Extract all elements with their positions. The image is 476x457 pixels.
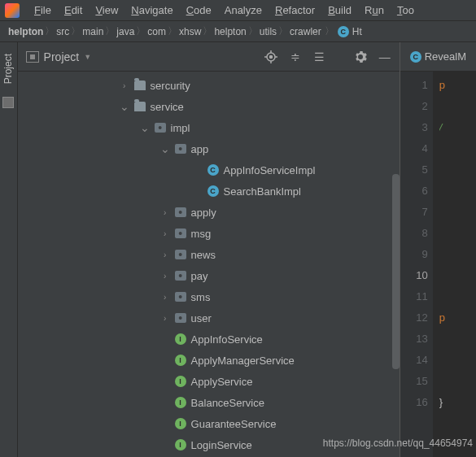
gutter-line[interactable]: 13: [400, 329, 428, 350]
menu-refactor[interactable]: Refactor: [269, 2, 321, 19]
menu-run[interactable]: Run: [358, 2, 391, 19]
breadcrumb-item[interactable]: com: [147, 26, 166, 37]
chevron-right-icon[interactable]: ›: [160, 229, 170, 238]
menu-analyze[interactable]: Analyze: [218, 2, 269, 19]
locate-icon[interactable]: [264, 50, 277, 63]
hide-icon[interactable]: —: [378, 50, 391, 63]
menu-view[interactable]: View: [89, 2, 124, 19]
menu-file[interactable]: File: [28, 2, 58, 19]
tree-row[interactable]: ›msg: [18, 223, 400, 244]
chevron-right-icon[interactable]: ›: [160, 293, 170, 302]
gutter-line[interactable]: 8: [400, 223, 428, 244]
code-line[interactable]: [439, 350, 476, 371]
collapse-all-icon[interactable]: ☰: [313, 50, 326, 63]
breadcrumb-item[interactable]: java: [116, 26, 134, 37]
gutter-line[interactable]: 10: [400, 265, 428, 286]
code-line[interactable]: p: [439, 75, 476, 96]
menu-edit[interactable]: Edit: [58, 2, 89, 19]
gutter-line[interactable]: 12: [400, 307, 428, 329]
gutter-line[interactable]: 1: [400, 75, 428, 96]
project-tool-button[interactable]: Project: [2, 49, 14, 89]
code-line[interactable]: p: [439, 307, 476, 329]
tree-row[interactable]: ›news: [18, 244, 400, 265]
tree-row[interactable]: ⌄impl: [18, 117, 400, 138]
tree-row[interactable]: ILoginService: [18, 434, 400, 455]
breadcrumb-item[interactable]: utils: [260, 26, 277, 37]
breadcrumb-item[interactable]: helpton: [8, 26, 43, 37]
editor-tab[interactable]: C RevealM: [405, 50, 471, 63]
gutter-line[interactable]: 14: [400, 350, 428, 371]
code-line[interactable]: [439, 138, 476, 159]
gutter-line[interactable]: 11: [400, 286, 428, 307]
chevron-right-icon[interactable]: ›: [160, 272, 170, 281]
chevron-right-icon: 〉: [203, 24, 212, 38]
code-line[interactable]: [439, 329, 476, 350]
package-icon: [175, 144, 186, 154]
gutter-line[interactable]: 6: [400, 181, 428, 202]
project-tree[interactable]: ›sercurity⌄service⌄impl⌄appCAppInfoServi…: [18, 72, 400, 457]
code-line[interactable]: /: [439, 117, 476, 138]
gear-icon[interactable]: [354, 50, 367, 63]
scrollbar-vertical[interactable]: [392, 174, 400, 369]
code-line[interactable]: [439, 181, 476, 202]
tree-row[interactable]: ›sercurity: [18, 75, 400, 96]
tree-row[interactable]: ›apply: [18, 202, 400, 223]
chevron-right-icon[interactable]: ›: [160, 208, 170, 217]
code-line[interactable]: [439, 159, 476, 181]
menu-tools[interactable]: Too: [391, 2, 421, 19]
chevron-down-icon[interactable]: ⌄: [140, 121, 150, 134]
tree-row[interactable]: CSearchBankImpl: [18, 181, 400, 202]
editor-gutter[interactable]: 12345678910111213141516: [400, 72, 433, 457]
gutter-line[interactable]: 2: [400, 96, 428, 117]
structure-tool-icon[interactable]: [2, 97, 14, 108]
breadcrumb-class[interactable]: C Ht: [338, 26, 362, 37]
code-line[interactable]: [439, 265, 476, 286]
tree-row[interactable]: IGuaranteeService: [18, 413, 400, 434]
gutter-line[interactable]: 3: [400, 117, 428, 138]
tree-row[interactable]: IBalanceService: [18, 392, 400, 413]
chevron-down-icon[interactable]: ⌄: [120, 100, 129, 113]
interface-icon: I: [175, 333, 186, 345]
gutter-line[interactable]: 15: [400, 371, 428, 392]
code-line[interactable]: }: [439, 392, 476, 413]
gutter-line[interactable]: 4: [400, 138, 428, 159]
code-line[interactable]: [439, 223, 476, 244]
code-line[interactable]: [439, 96, 476, 117]
tree-row[interactable]: ›sms: [18, 286, 400, 307]
chevron-down-icon[interactable]: ⌄: [160, 142, 170, 155]
tree-row[interactable]: ›pay: [18, 265, 400, 286]
chevron-right-icon[interactable]: ›: [160, 314, 170, 323]
gutter-line[interactable]: 9: [400, 244, 428, 265]
expand-all-icon[interactable]: ≑: [289, 50, 302, 63]
code-line[interactable]: [439, 202, 476, 223]
tree-row[interactable]: IAppInfoService: [18, 329, 400, 350]
gutter-line[interactable]: 7: [400, 202, 428, 223]
code-line[interactable]: [439, 286, 476, 307]
breadcrumb-item[interactable]: src: [56, 26, 69, 37]
tree-row[interactable]: IApplyService: [18, 371, 400, 392]
project-view-selector[interactable]: Project ▼: [26, 50, 92, 63]
code-area[interactable]: p/p}: [433, 72, 476, 457]
tree-label: service: [151, 101, 184, 113]
breadcrumb-item[interactable]: crawler: [290, 26, 321, 37]
editor-tabs: C RevealM: [400, 42, 476, 72]
breadcrumb-item[interactable]: helpton: [214, 26, 246, 37]
menu-build[interactable]: Build: [321, 2, 358, 19]
menu-code[interactable]: Code: [180, 2, 218, 19]
tree-row[interactable]: ›user: [18, 307, 400, 329]
breadcrumb-item[interactable]: xhsw: [179, 26, 201, 37]
gutter-line[interactable]: 16: [400, 392, 428, 413]
chevron-down-icon: ▼: [84, 53, 91, 61]
tree-row[interactable]: IApplyManagerService: [18, 350, 400, 371]
gutter-line[interactable]: 5: [400, 159, 428, 181]
tree-row[interactable]: ⌄service: [18, 96, 400, 117]
code-line[interactable]: [439, 371, 476, 392]
tree-row[interactable]: CAppInfoServiceImpl: [18, 159, 400, 181]
code-line[interactable]: [439, 244, 476, 265]
chevron-right-icon[interactable]: ›: [120, 81, 129, 90]
chevron-right-icon[interactable]: ›: [160, 250, 170, 259]
chevron-right-icon: 〉: [325, 24, 334, 38]
tree-row[interactable]: ⌄app: [18, 138, 400, 159]
menu-navigate[interactable]: Navigate: [124, 2, 179, 19]
breadcrumb-item[interactable]: main: [82, 26, 103, 37]
